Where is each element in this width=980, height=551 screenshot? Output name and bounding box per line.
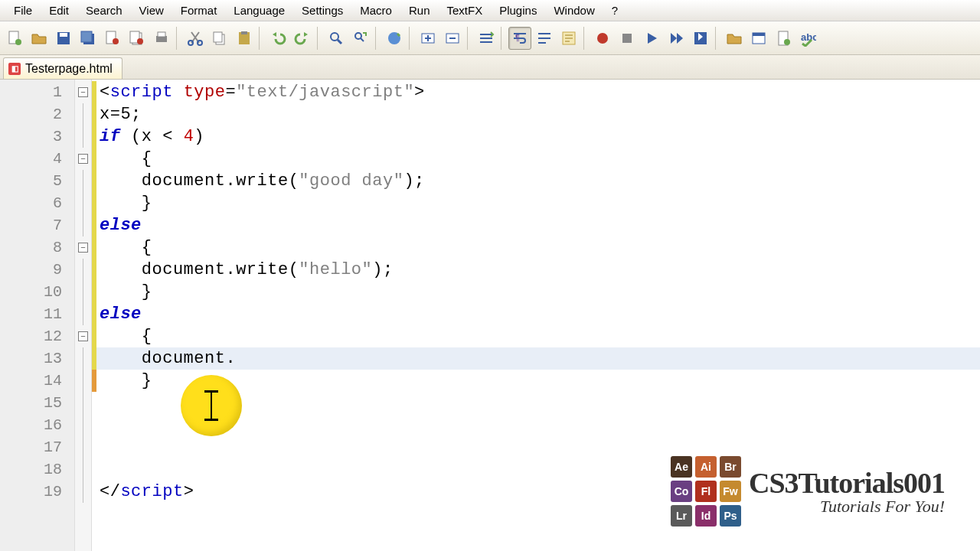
open-file-button[interactable] <box>28 27 51 50</box>
toolbar: ¶abc <box>0 21 980 55</box>
svg-rect-30 <box>753 33 765 36</box>
svg-rect-3 <box>60 33 67 37</box>
code-line[interactable] <box>96 436 980 458</box>
menu-language[interactable]: Language <box>226 4 292 17</box>
doc-button[interactable] <box>772 27 795 50</box>
show-chars-button[interactable] <box>533 27 556 50</box>
line-number: 1 <box>0 81 74 103</box>
app-icon-co: Co <box>671 481 692 502</box>
replace-button[interactable] <box>349 27 372 50</box>
browser-button[interactable] <box>747 27 770 50</box>
html-file-icon: ◧ <box>8 63 21 75</box>
line-number: 14 <box>0 370 74 392</box>
menu-bar: FileEditSearchViewFormatLanguageSettings… <box>0 0 980 21</box>
menu-format[interactable]: Format <box>173 4 225 17</box>
line-number: 12 <box>0 325 74 347</box>
code-line[interactable]: { <box>96 236 980 259</box>
indent-guide-button[interactable] <box>557 27 580 50</box>
menu-?[interactable]: ? <box>604 4 626 17</box>
fold-toggle[interactable]: − <box>78 243 88 253</box>
svg-point-32 <box>784 39 790 45</box>
svg-text:¶: ¶ <box>515 34 520 42</box>
code-line[interactable]: document.write("good day"); <box>96 170 980 192</box>
app-icon-br: Br <box>720 456 741 478</box>
menu-textfx[interactable]: TextFX <box>439 4 491 17</box>
line-number: 6 <box>0 192 74 214</box>
line-number: 18 <box>0 458 74 481</box>
spellcheck-button[interactable]: abc <box>796 27 819 50</box>
zoom-out-button[interactable] <box>441 27 464 50</box>
line-number: 19 <box>0 481 74 503</box>
svg-point-7 <box>113 38 119 44</box>
menu-file[interactable]: File <box>6 4 40 17</box>
editor[interactable]: 12345678910111213141516171819 −−−− <scri… <box>0 80 980 551</box>
watermark-title: CS3Tutorials001 <box>749 466 945 500</box>
redo-button[interactable] <box>291 27 314 50</box>
record-button[interactable] <box>591 27 614 50</box>
menu-macro[interactable]: Macro <box>352 4 400 17</box>
svg-point-20 <box>355 33 361 39</box>
close-button[interactable] <box>101 27 124 50</box>
svg-text:abc: abc <box>801 31 816 43</box>
line-number: 5 <box>0 170 74 192</box>
save-all-button[interactable] <box>77 27 100 50</box>
code-line[interactable]: { <box>96 148 980 170</box>
app-icon-id: Id <box>695 505 717 527</box>
save-button[interactable] <box>52 27 75 50</box>
print-button[interactable] <box>150 27 173 50</box>
undo-button[interactable] <box>266 27 289 50</box>
stop-button[interactable] <box>616 27 639 50</box>
fold-toggle[interactable]: − <box>78 331 88 341</box>
svg-point-10 <box>137 38 143 44</box>
code-line[interactable]: else <box>96 214 980 236</box>
menu-edit[interactable]: Edit <box>41 4 77 17</box>
app-icon-fl: Fl <box>695 481 717 502</box>
app-icon-ai: Ai <box>695 456 717 478</box>
zoom-in-button[interactable] <box>416 27 439 50</box>
menu-run[interactable]: Run <box>401 4 438 17</box>
code-line[interactable]: if (x < 4) <box>96 126 980 148</box>
line-number: 15 <box>0 392 74 414</box>
new-file-button[interactable] <box>3 27 26 50</box>
watermark-logo: AeAiBrCoFlFwLrIdPs CS3Tutorials001 Tutor… <box>671 456 945 527</box>
code-line[interactable]: document. <box>96 347 980 370</box>
code-line[interactable]: x=5; <box>96 103 980 126</box>
watermark-subtitle: Tutorials For You! <box>820 497 945 517</box>
folder-button[interactable] <box>723 27 746 50</box>
line-number: 13 <box>0 347 74 370</box>
svg-point-1 <box>15 39 21 45</box>
save-macro-button[interactable] <box>689 27 712 50</box>
menu-search[interactable]: Search <box>78 4 130 17</box>
wordwrap-button[interactable]: ¶ <box>508 27 531 50</box>
fold-column[interactable]: −−−− <box>75 80 92 551</box>
fold-toggle[interactable]: − <box>78 154 88 164</box>
bookmark-button[interactable] <box>383 27 406 50</box>
code-line[interactable]: else <box>96 303 980 325</box>
find-button[interactable] <box>325 27 348 50</box>
menu-plugins[interactable]: Plugins <box>492 4 544 17</box>
close-all-button[interactable] <box>126 27 149 50</box>
menu-view[interactable]: View <box>132 4 172 17</box>
sync-button[interactable] <box>475 27 498 50</box>
code-line[interactable]: } <box>96 192 980 214</box>
play-multiple-button[interactable] <box>665 27 688 50</box>
play-button[interactable] <box>640 27 663 50</box>
line-number: 16 <box>0 414 74 436</box>
menu-settings[interactable]: Settings <box>294 4 351 17</box>
code-line[interactable]: { <box>96 325 980 347</box>
copy-button[interactable] <box>208 27 231 50</box>
fold-toggle[interactable]: − <box>78 87 88 97</box>
file-tab[interactable]: ◧ Testerpage.html <box>3 57 122 79</box>
menu-window[interactable]: Window <box>546 4 602 17</box>
code-line[interactable]: } <box>96 281 980 303</box>
svg-point-19 <box>331 33 338 41</box>
svg-rect-18 <box>241 31 247 34</box>
code-line[interactable]: <script type="text/javascript"> <box>96 81 980 103</box>
app-icon-ae: Ae <box>671 456 692 478</box>
svg-point-13 <box>188 41 193 45</box>
cut-button[interactable] <box>184 27 207 50</box>
line-number: 17 <box>0 436 74 458</box>
paste-button[interactable] <box>233 27 256 50</box>
line-number-gutter: 12345678910111213141516171819 <box>0 80 75 551</box>
code-line[interactable]: document.write("hello"); <box>96 259 980 281</box>
